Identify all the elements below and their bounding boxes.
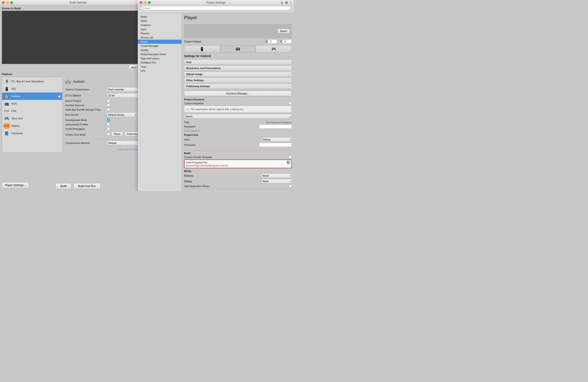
select-button[interactable]: Select [277,29,290,33]
build-settings-title: Build Settings [70,1,86,4]
platform-item-android[interactable]: 🤖 Android ◀ [2,93,62,100]
nav-item-editor[interactable]: Editor [138,19,182,23]
ps-minimize-button[interactable] [144,1,147,4]
section-publishing[interactable]: Publishing Settings [184,84,292,89]
platform-label-ios: iOS [11,87,16,90]
section-resolution[interactable]: Resolution and Presentation [184,66,292,71]
nav-item-script-execution-order[interactable]: Script Execution Order [138,52,182,56]
settings-for-label: Settings for Android [184,55,292,58]
platform-label-webgl: WebGL [11,124,20,127]
etc2-fallback-label: ETC2 fallback [65,94,107,97]
android-title-icon: 🤖 [65,79,71,84]
proguard-box: User Proguard File Assets/Plugins/Androi… [184,160,292,168]
proguard-row: User Proguard File [186,161,290,164]
nav-item-player[interactable]: Player [138,40,182,44]
keystore-manager-button[interactable]: Keystore Manager... [184,91,292,96]
custom-gradle-checkbox[interactable] [289,156,292,159]
ps-traffic-lights [140,1,151,4]
tvos-icon: 📺 [4,101,9,106]
alias-password-label: Password [184,143,259,146]
scenes-header: Scenes In Build [2,7,154,10]
nav-item-quality[interactable]: Quality [138,48,182,52]
alias-password-input[interactable] [259,143,292,147]
alias-label: Alias [184,138,262,141]
ps-close-button[interactable] [140,1,142,4]
symlink-sources-checkbox[interactable] [107,104,110,107]
cursor-hotspot-x[interactable] [268,40,277,43]
ps-maximize-button[interactable] [148,1,151,4]
ps-menu-icon[interactable]: ⊞ [285,1,288,4]
minify-release-label: Release [184,174,262,177]
minify-debug-dropdown[interactable]: None [262,179,292,183]
patch-button[interactable]: Patch [111,132,123,136]
minify-release-dropdown[interactable]: None [262,173,292,178]
minimize-button[interactable] [6,1,9,4]
build-app-bundle-checkbox[interactable] [107,108,110,111]
icon-preview-area: Select [184,24,292,38]
platform-item-ps4[interactable]: PS4 PS4 [2,107,62,115]
run-device-dropdown[interactable]: Default device [107,112,137,117]
ps-search-input[interactable] [141,6,291,10]
nav-item-vfx[interactable]: VFX [138,69,182,73]
cursor-hotspot-y[interactable] [282,40,292,43]
section-icon[interactable]: Icon [184,60,292,65]
minify-debug-label: Debug [184,180,262,183]
close-button[interactable] [2,1,5,4]
platform-label-facebook: Facebook [11,132,22,135]
platform-item-ios[interactable]: 📱 iOS [2,85,62,93]
split-app-binary-label: Split Application Binary [184,185,289,187]
build-and-run-button[interactable]: Build And Run [73,183,101,189]
nav-item-input[interactable]: Input [138,27,182,31]
player-settings-button[interactable]: Player Settings... [2,182,29,188]
nav-item-physics[interactable]: Physics [138,31,182,36]
android-active-icon: ◀ [58,94,60,98]
platform-item-facebook[interactable]: 📘 Facebook [2,130,62,137]
project-settings-window: Project Settings 🔒 ⊞ ⋮ Audio Editor Grap… [138,0,294,191]
maximize-button[interactable] [10,1,13,4]
ps-lock-icon: 🔒 [280,1,284,4]
ios-icon: 📱 [4,86,9,92]
nav-item-tags-and-layers[interactable]: Tags and Layers [138,56,182,60]
nav-item-physics2d[interactable]: Physics 2D [138,36,182,40]
symlink-sources-label: Symlink Sources [65,104,107,107]
scripts-only-build-checkbox[interactable] [107,133,110,136]
ps-nav: Audio Editor Graphics Input Physics Phys… [138,13,182,191]
nav-item-preset-manager[interactable]: Preset Manager [138,44,182,48]
custom-keystore-checkbox[interactable] [289,102,292,105]
section-other[interactable]: Other Settings [184,78,292,83]
section-splash[interactable]: Splash Image [184,72,292,77]
script-debugging-checkbox[interactable] [107,127,110,130]
script-debugging-label: Script Debugging [65,127,107,130]
texture-compression-label: Texture Compression [65,88,107,91]
platform-label-tvos: tvOS [11,102,17,105]
platform-item-pc[interactable]: 🖥 PC, Mac & Linux Standalone [2,78,62,85]
platform-label-ps4: PS4 [11,110,16,112]
project-key-title: Project Key [184,134,292,136]
autoconnect-profiler-checkbox[interactable] [107,123,110,126]
nav-item-time[interactable]: Time [138,65,182,69]
platform-item-webgl[interactable]: HTML WebGL [2,122,62,130]
development-build-checkbox[interactable] [107,119,110,121]
ps-more-icon[interactable]: ⋮ [289,1,292,4]
split-app-binary-checkbox[interactable] [289,184,292,187]
export-project-checkbox[interactable] [107,99,110,102]
keystore-select[interactable]: Select... [184,114,292,119]
alias-dropdown[interactable]: Debug [262,137,292,142]
proguard-checkbox[interactable] [287,161,290,164]
password-input[interactable] [259,124,292,129]
compression-method-label: Compression Method [65,142,107,144]
nav-item-audio[interactable]: Audio [138,15,182,19]
platform-item-tvos[interactable]: 📺 tvOS [2,100,62,107]
tab-gamepad[interactable]: 🎮 [256,45,292,52]
ps-content: Player Select Cursor Hotspot X Y [182,13,294,191]
publishing-settings-label: Publishing Settings [186,85,210,88]
platform-tabs: 📱 📟 🎮 [184,45,292,53]
tab-mobile[interactable]: 📱 [184,45,220,52]
section-xr[interactable]: XR Settings [184,191,292,191]
build-button[interactable]: Build [56,183,72,189]
nav-item-graphics[interactable]: Graphics [138,23,182,27]
nav-item-textmesh-pro[interactable]: TextMesh Pro [138,60,182,65]
player-title: Player [184,15,197,20]
tab-tablet[interactable]: 📟 [220,45,256,52]
platform-item-xboxone[interactable]: 🎮 Xbox One [2,115,62,122]
